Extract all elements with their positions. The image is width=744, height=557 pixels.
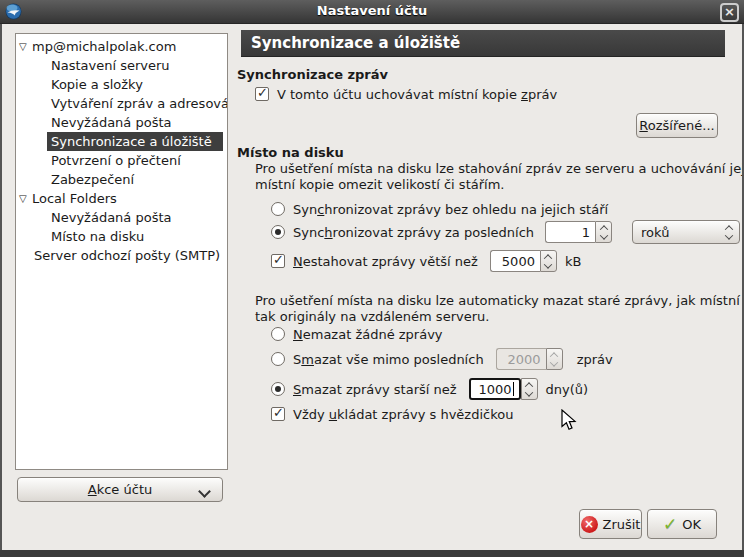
account-settings-dialog: Nastavení účtu × ▽mp@michalpolak.com Nas… bbox=[0, 0, 744, 557]
cancel-label: Zrušit bbox=[603, 517, 641, 532]
text-caret bbox=[513, 382, 514, 396]
disk-section-heading: Místo na disku bbox=[237, 145, 344, 160]
delete-older-spinner[interactable] bbox=[521, 378, 538, 400]
tree-item-local-disk-space[interactable]: Místo na disku bbox=[16, 227, 227, 246]
keep-recent-unit-label: zpráv bbox=[577, 352, 613, 367]
size-limit-row: ✓ Nestahovat zprávy větší než 5000 kB bbox=[271, 249, 581, 273]
window-title: Nastavení účtu bbox=[0, 3, 744, 18]
age-unit-dropdown[interactable]: roků bbox=[632, 220, 740, 244]
delete-older-radio[interactable] bbox=[271, 382, 285, 396]
keep-copies-checkbox[interactable]: ✓ bbox=[255, 87, 269, 101]
cancel-x-icon: × bbox=[581, 516, 598, 533]
chevron-down-icon bbox=[198, 485, 211, 498]
sync-recent-row: Synchronizovat zprávy za posledních 1 ro… bbox=[271, 220, 740, 244]
delete-older-input-focused[interactable]: 1000 bbox=[469, 378, 521, 400]
sync-recent-spinner[interactable] bbox=[595, 221, 612, 243]
sync-recent-label: Synchronizovat zprávy za posledních bbox=[293, 225, 534, 240]
window-border-bottom bbox=[0, 550, 744, 557]
size-limit-input[interactable]: 5000 bbox=[490, 250, 540, 272]
starred-label: Vždy ukládat zprávy s hvězdičkou bbox=[293, 407, 513, 422]
size-limit-spinner[interactable] bbox=[540, 250, 557, 272]
keep-recent-spinner-disabled bbox=[546, 348, 563, 370]
advanced-button[interactable]: Rozšířené... bbox=[636, 113, 718, 138]
sync-recent-value-input[interactable]: 1 bbox=[545, 221, 595, 243]
spin-down-icon[interactable] bbox=[525, 388, 533, 396]
settings-tree: ▽mp@michalpolak.com Nastavení serveru Ko… bbox=[15, 33, 228, 470]
delete-older-label: Smazat zprávy starší než bbox=[293, 382, 457, 397]
tree-item-junk-mail[interactable]: Nevyžádaná pošta bbox=[16, 113, 227, 132]
expander-icon[interactable]: ▽ bbox=[19, 37, 32, 56]
window-border-left bbox=[0, 0, 2, 557]
spin-down-icon[interactable] bbox=[599, 231, 607, 239]
check-icon: ✓ bbox=[257, 85, 268, 100]
keep-recent-radio[interactable] bbox=[271, 352, 285, 366]
tree-item-copies-folders[interactable]: Kopie a složky bbox=[16, 75, 227, 94]
tree-item-account-root[interactable]: ▽mp@michalpolak.com bbox=[16, 37, 227, 56]
tree-item-local-junk[interactable]: Nevyžádaná pošta bbox=[16, 208, 227, 227]
delete-older-unit-label: dny(ů) bbox=[546, 382, 589, 397]
keep-all-radio[interactable] bbox=[271, 327, 285, 341]
age-unit-value: roků bbox=[641, 225, 718, 240]
size-limit-label: Nestahovat zprávy větší než bbox=[293, 254, 478, 269]
titlebar[interactable]: Nastavení účtu × bbox=[0, 0, 744, 24]
keep-all-row: Nemazat žádné zprávy bbox=[271, 325, 443, 343]
keep-all-label: Nemazat žádné zprávy bbox=[293, 327, 443, 342]
check-icon: ✓ bbox=[273, 252, 284, 267]
account-actions-button[interactable]: Akce účtu bbox=[17, 477, 223, 502]
starred-checkbox[interactable]: ✓ bbox=[271, 407, 285, 421]
keep-recent-row: Smazat vše mimo posledních 2000 zpráv bbox=[271, 347, 613, 371]
size-unit-label: kB bbox=[565, 254, 581, 269]
spin-down-icon[interactable] bbox=[544, 260, 552, 268]
tree-item-local-folders[interactable]: ▽Local Folders bbox=[16, 189, 227, 208]
combo-arrows-icon bbox=[726, 225, 732, 240]
expander-icon[interactable]: ▽ bbox=[19, 189, 32, 208]
sync-all-label: Synchronizovat zprávy bez ohledu na jeji… bbox=[293, 202, 608, 217]
keep-recent-label: Smazat vše mimo posledních bbox=[293, 352, 484, 367]
cancel-button[interactable]: × Zrušit bbox=[579, 509, 642, 539]
sync-section-heading: Synchronizace zpráv bbox=[237, 67, 388, 82]
sync-all-radio[interactable] bbox=[271, 202, 285, 216]
tree-item-security[interactable]: Zabezpečení bbox=[16, 170, 227, 189]
tree-item-return-receipts[interactable]: Potvrzení o přečtení bbox=[16, 151, 227, 170]
keep-copies-label: V tomto účtu uchovávat místní kopie zprá… bbox=[277, 87, 557, 102]
tree-item-server-settings[interactable]: Nastavení serveru bbox=[16, 56, 227, 75]
disk-para1-line1: Pro ušetření místa na disku lze stahován… bbox=[255, 161, 744, 177]
page-title: Synchronizace a úložiště bbox=[241, 30, 725, 57]
disk-para2-line2: tak originály na vzdáleném serveru. bbox=[255, 309, 489, 325]
ok-check-icon: ✓ bbox=[663, 516, 677, 533]
ok-label: OK bbox=[682, 517, 701, 532]
disk-para1-line2: místní kopie omezit velikostí či stářím. bbox=[255, 177, 504, 193]
tree-item-outgoing-smtp[interactable]: Server odchozí pošty (SMTP) bbox=[16, 246, 227, 265]
mouse-cursor bbox=[561, 409, 577, 434]
delete-older-row: Smazat zprávy starší než 1000 dny(ů) bbox=[271, 377, 588, 401]
sync-recent-radio[interactable] bbox=[271, 225, 285, 239]
keep-recent-input-disabled: 2000 bbox=[496, 348, 546, 370]
ok-button[interactable]: ✓ OK bbox=[647, 509, 717, 539]
disk-para2-line1: Pro ušetření místa na disku lze automati… bbox=[255, 293, 744, 309]
close-icon[interactable]: × bbox=[720, 3, 739, 22]
keep-copies-row: ✓ V tomto účtu uchovávat místní kopie zp… bbox=[255, 85, 557, 103]
starred-row: ✓ Vždy ukládat zprávy s hvězdičkou bbox=[271, 405, 513, 423]
tree-item-composition-addressing[interactable]: Vytváření zpráv a adresování bbox=[16, 94, 227, 113]
sync-all-row: Synchronizovat zprávy bez ohledu na jeji… bbox=[271, 200, 608, 218]
check-icon: ✓ bbox=[273, 405, 284, 420]
tree-item-sync-storage-selected[interactable]: Synchronizace a úložiště bbox=[16, 132, 227, 151]
size-limit-checkbox[interactable]: ✓ bbox=[271, 254, 285, 268]
